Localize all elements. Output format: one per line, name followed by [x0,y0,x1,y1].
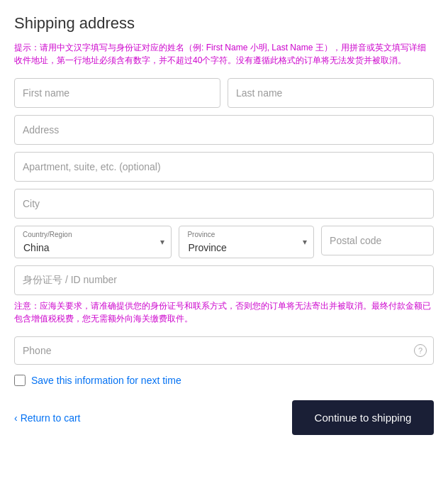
save-info-checkbox[interactable] [14,375,26,386]
province-select[interactable]: Province [179,226,314,258]
actions-row: ‹ Return to cart Continue to shipping [14,400,434,435]
country-field: Country/Region China ▾ [14,226,172,258]
apartment-input[interactable] [14,152,434,182]
first-name-field: First name [14,78,220,108]
chevron-left-icon: ‹ [14,412,18,424]
save-info-row: Save this information for next time [14,375,434,386]
postal-field: Postal code [321,226,434,258]
postal-input[interactable] [321,226,434,255]
country-select[interactable]: China [14,226,172,258]
id-number-input[interactable] [14,265,434,295]
address-input[interactable] [14,115,434,145]
page-title: Shipping address [14,14,434,33]
city-input[interactable] [14,189,434,219]
last-name-input[interactable] [228,78,434,108]
last-name-field: Last name [228,78,434,108]
phone-field: Phone ? [14,336,434,365]
note-text: 注意：应海关要求，请准确提供您的身份证号和联系方式，否则您的订单将无法寄出并被取… [14,299,434,325]
continue-to-shipping-button[interactable]: Continue to shipping [292,400,434,435]
save-info-label: Save this information for next time [31,375,181,386]
return-to-cart-link[interactable]: ‹ Return to cart [14,412,81,424]
phone-help-icon[interactable]: ? [414,344,427,357]
province-field: Province Province ▾ [179,226,314,258]
return-to-cart-label: Return to cart [21,412,81,424]
hint-text: 提示：请用中文汉字填写与身份证对应的姓名（例: First Name 小明, L… [14,41,434,67]
first-name-input[interactable] [14,78,220,108]
phone-input[interactable] [14,336,434,365]
